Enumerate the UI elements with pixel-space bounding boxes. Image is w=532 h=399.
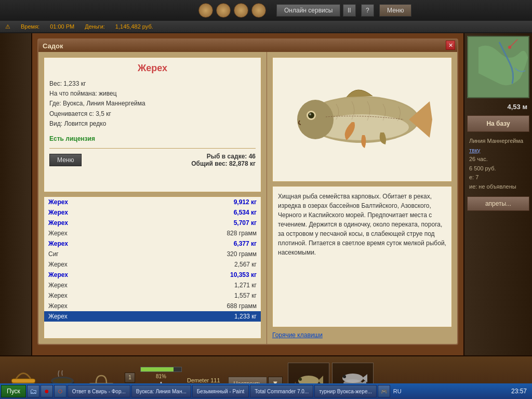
taskbar-icon-browser2[interactable]: ○ xyxy=(54,385,66,397)
svg-point-5 xyxy=(308,112,314,118)
taskbar-icon-browser1[interactable]: ● xyxy=(41,385,53,397)
fish-list[interactable]: Жерех9,912 кгЖерех6,534 кгЖерех5,707 кгЖ… xyxy=(44,197,261,338)
map-area xyxy=(467,36,529,98)
center-panel: Садок ✕ Жерех Вес: 1,233 кг На что пойма… xyxy=(32,33,463,355)
taskbar: Пуск 🗂 ● ○ Ответ в Свирь - Фор... Вуокса… xyxy=(0,383,532,399)
menu-top-button[interactable]: Меню xyxy=(379,4,411,17)
fish-list-item[interactable]: Жерех2,567 кг xyxy=(44,259,261,270)
progress-label: 81% xyxy=(156,374,166,379)
dialog-window: Садок ✕ Жерех Вес: 1,233 кг На что пойма… xyxy=(37,38,458,345)
location-info: Линия Маннергейма xyxy=(469,138,523,144)
fish-list-item[interactable]: Жерех9,912 кг xyxy=(44,197,261,207)
to-base-button[interactable]: На базу xyxy=(467,115,529,132)
progress-bar-fill xyxy=(141,367,174,371)
fish-caught-on: На что поймана: живец xyxy=(49,89,256,99)
top-icons xyxy=(198,3,266,18)
bans-button[interactable]: апреты... xyxy=(467,196,529,211)
taskbar-task-1[interactable]: Ответ в Свирь - Фор... xyxy=(68,385,130,397)
taskbar-language: RU xyxy=(391,388,404,394)
icon-4[interactable] xyxy=(251,3,266,18)
fish-estimated: Оценивается с: 3,5 кг xyxy=(49,109,256,119)
fish-where: Где: Вуокса, Линия Маннергейма xyxy=(49,99,256,109)
dialog-title: Садок xyxy=(43,42,63,50)
fish-bottom: Меню Рыб в садке: 46 Общий вес: 82,878 к… xyxy=(49,148,256,167)
slot-1-button[interactable]: 1 xyxy=(125,373,135,383)
top-bar: Онлайн сервисы II ? Меню xyxy=(0,0,532,21)
taskbar-task-3[interactable]: Безымянный - Paint xyxy=(192,385,249,397)
time-info: 26 час. xyxy=(469,156,488,162)
main-area: Садок ✕ Жерех Вес: 1,233 кг На что пойма… xyxy=(0,33,532,355)
fish-list-item[interactable]: Жерех6,377 кг xyxy=(44,238,261,249)
online-services-button[interactable]: Онлайн сервисы xyxy=(276,4,340,17)
char-name: Demeter 111 xyxy=(187,377,220,383)
fish-list-item[interactable]: Жерех688 грамм xyxy=(44,301,261,311)
fish-list-item[interactable]: Жерех10,353 кг xyxy=(44,270,261,280)
fish-info-panel: Жерех Вес: 1,233 кг На что поймана: живе… xyxy=(44,57,261,192)
fish-list-item[interactable]: Жерех6,534 кг xyxy=(44,207,261,218)
fish-list-item[interactable]: Сиг320 грамм xyxy=(44,249,261,259)
warning-icon: ⚠ xyxy=(5,23,10,30)
money-label: Деньги: xyxy=(85,23,105,30)
pause-button[interactable]: II xyxy=(343,4,356,17)
fish-list-item[interactable]: Жерех1,233 кг xyxy=(44,311,261,322)
total-weight: Общий вес: 82,878 кг xyxy=(191,160,256,167)
svg-point-6 xyxy=(309,113,311,115)
dialog-titlebar: Садок ✕ xyxy=(38,39,457,52)
icon-2[interactable] xyxy=(216,3,231,18)
left-sidebar xyxy=(0,33,32,355)
fish-count: Рыб в садке: 46 xyxy=(191,153,256,160)
right-sidebar: 4,53 м На базу Линия Маннергейма твку 26… xyxy=(463,33,532,355)
taskbar-task-5[interactable]: турнир Вуокса-жере... xyxy=(314,385,377,397)
fish-species: Вид: Ловится редко xyxy=(49,119,256,129)
fish-count-info: Рыб в садке: 46 Общий вес: 82,878 кг xyxy=(191,153,256,167)
unknown-info: ие: не объявлены xyxy=(469,183,516,190)
help-button[interactable]: ? xyxy=(361,4,374,17)
svg-point-13 xyxy=(53,378,72,383)
taskbar-icon-folder[interactable]: 🗂 xyxy=(27,385,39,397)
dialog-right-panel: Хищная рыба семейства карповых. Обитает … xyxy=(267,52,457,344)
taskbar-time: 23:57 xyxy=(507,388,531,395)
svg-point-8 xyxy=(508,46,511,49)
fish-list-item[interactable]: Жерех5,707 кг xyxy=(44,218,261,228)
svg-point-20 xyxy=(343,375,346,378)
buy-link[interactable]: твку xyxy=(469,147,480,153)
dialog-content: Жерех Вес: 1,233 кг На что поймана: живе… xyxy=(38,52,457,344)
fish-list-item[interactable]: Жерех1,271 кг xyxy=(44,280,261,290)
fish-description: Хищная рыба семейства карповых. Обитает … xyxy=(272,186,452,327)
fish-weight: Вес: 1,233 кг xyxy=(49,79,256,89)
price-info: 6 500 руб. xyxy=(469,165,496,171)
dialog-left-panel: Жерех Вес: 1,233 кг На что поймана: живе… xyxy=(38,52,267,344)
progress-bar-container xyxy=(140,367,182,372)
icon-1[interactable] xyxy=(198,3,213,18)
time-value: 01:00 PM xyxy=(50,23,74,30)
start-button[interactable]: Пуск xyxy=(1,385,26,397)
fish-details: Вес: 1,233 кг На что поймана: живец Где:… xyxy=(49,79,256,144)
money-value: 1,145,482 руб. xyxy=(115,23,153,30)
taskbar-task-2[interactable]: Вуокса: Линия Ман... xyxy=(131,385,191,397)
dialog-close-button[interactable]: ✕ xyxy=(446,41,455,50)
fish-name: Жерех xyxy=(49,63,256,74)
menu-button[interactable]: Меню xyxy=(49,154,82,166)
fish-image xyxy=(284,73,440,166)
svg-point-3 xyxy=(297,100,334,139)
fish-list-item[interactable]: Жерех828 грамм xyxy=(44,228,261,238)
distance-display: 4,53 м xyxy=(467,101,529,113)
svg-point-18 xyxy=(299,378,302,381)
fish-list-container: Жерех9,912 кгЖерех6,534 кгЖерех5,707 кгЖ… xyxy=(44,196,261,339)
fishing-info: е: 7 xyxy=(469,174,478,180)
icon-3[interactable] xyxy=(234,3,248,18)
status-bar: ⚠ Время: 01:00 PM Деньги: 1,145,482 руб. xyxy=(0,21,532,33)
right-sidebar-info: Линия Маннергейма твку 26 час. 6 500 руб… xyxy=(467,135,529,194)
fish-image-area xyxy=(272,57,452,182)
taskbar-icon-game[interactable]: 🎮 xyxy=(378,385,390,397)
fish-list-item[interactable]: Жерех1,557 кг xyxy=(44,290,261,301)
svg-rect-9 xyxy=(11,379,35,383)
taskbar-task-4[interactable]: Total Commander 7.0... xyxy=(250,385,313,397)
license-text: Есть лицензия xyxy=(49,134,256,144)
hotkeys-link[interactable]: Горячие клавиши xyxy=(272,331,452,339)
time-label: Время: xyxy=(21,23,39,30)
